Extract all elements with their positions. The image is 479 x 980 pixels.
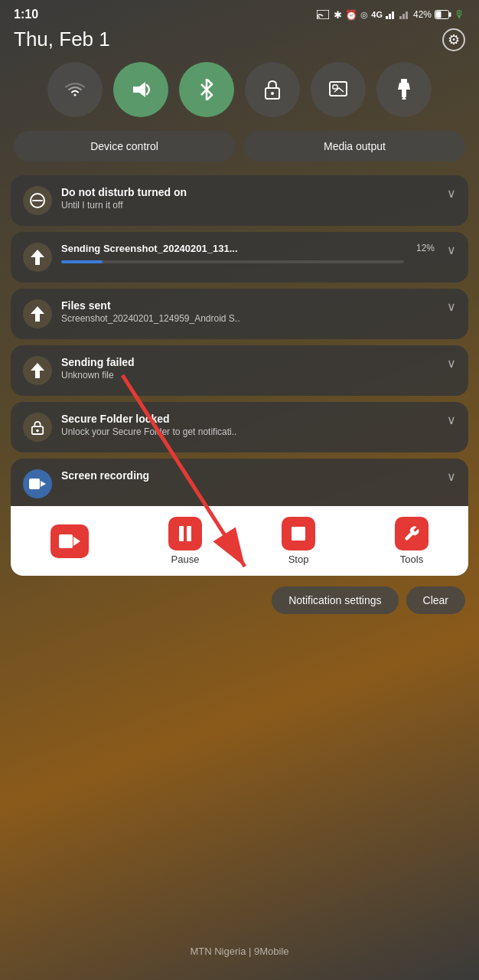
- svg-rect-30: [179, 526, 184, 541]
- sending-failed-notification[interactable]: Sending failed Unknown file ∨: [11, 345, 468, 396]
- sending-failed-chevron: ∨: [447, 356, 456, 371]
- status-bar: 1:10 ✱ ⏰ ◎ 4G 42% 🎙: [0, 0, 479, 24]
- device-control-button[interactable]: Device control: [14, 131, 235, 162]
- tile-wifi[interactable]: [47, 62, 103, 117]
- svg-rect-3: [389, 14, 391, 19]
- pause-icon: [168, 517, 202, 550]
- sending-screenshot-notification[interactable]: Sending Screenshot_20240201_131... 12% ∨: [11, 232, 468, 283]
- files-sent-chevron: ∨: [447, 299, 456, 314]
- secure-folder-notification[interactable]: Secure Folder locked Unlock your Secure …: [11, 402, 468, 452]
- recording-thumbnail: [51, 524, 89, 558]
- screen-recording-notification[interactable]: Screen recording ∨ Pause Stop: [11, 459, 468, 576]
- dnd-title: Do not disturb turned on: [61, 186, 435, 198]
- location-icon: ◎: [360, 10, 368, 20]
- status-icons: ✱ ⏰ ◎ 4G 42% 🎙: [317, 8, 465, 21]
- svg-point-13: [271, 92, 274, 95]
- screen-recording-chevron: ∨: [447, 469, 456, 484]
- stop-button[interactable]: Stop: [282, 517, 315, 565]
- tile-sound[interactable]: [113, 62, 168, 117]
- files-sent-content: Files sent Screenshot_20240201_124959_An…: [61, 299, 435, 324]
- screen-recording-icon: [23, 469, 52, 498]
- stop-icon: [282, 517, 315, 550]
- quick-buttons-row: Device control Media output: [0, 131, 479, 175]
- svg-rect-9: [449, 12, 451, 17]
- notifications-panel: Do not disturb turned on Until I turn it…: [0, 175, 479, 576]
- sending-failed-title: Sending failed: [61, 356, 435, 368]
- secure-folder-title: Secure Folder locked: [61, 413, 435, 425]
- sending-title: Sending Screenshot_20240201_131...: [61, 243, 404, 254]
- alarm-icon: ⏰: [345, 9, 357, 21]
- svg-rect-31: [187, 526, 191, 541]
- dnd-content: Do not disturb turned on Until I turn it…: [61, 186, 435, 211]
- progress-bg: [61, 260, 404, 263]
- sending-failed-content: Sending failed Unknown file: [61, 356, 435, 381]
- stop-label: Stop: [288, 554, 309, 565]
- dnd-notification[interactable]: Do not disturb turned on Until I turn it…: [11, 175, 468, 226]
- svg-marker-17: [398, 83, 410, 90]
- svg-point-25: [36, 430, 39, 433]
- tile-lock[interactable]: [245, 62, 300, 117]
- secure-folder-subtitle: Unlock your Secure Folder to get notific…: [61, 426, 435, 437]
- dnd-subtitle: Until I turn it off: [61, 200, 435, 211]
- bottom-buttons-row: Notification settings Clear: [0, 576, 479, 614]
- sending-content: Sending Screenshot_20240201_131...: [61, 243, 404, 263]
- svg-rect-4: [392, 11, 394, 19]
- svg-rect-28: [59, 534, 73, 548]
- svg-marker-29: [73, 537, 80, 546]
- files-sent-title: Files sent: [61, 299, 435, 312]
- dnd-icon: [23, 186, 52, 215]
- screen-recording-content: Screen recording: [61, 469, 435, 483]
- secure-folder-icon: [23, 413, 52, 442]
- date-label: Thu, Feb 1: [14, 28, 110, 51]
- svg-rect-10: [436, 11, 442, 18]
- svg-rect-5: [399, 16, 402, 19]
- clear-button[interactable]: Clear: [406, 586, 465, 614]
- tile-flashlight[interactable]: [376, 62, 432, 117]
- svg-rect-16: [401, 79, 407, 83]
- bluetooth-status-icon: ✱: [334, 9, 342, 21]
- svg-marker-11: [133, 82, 145, 97]
- settings-button[interactable]: ⚙: [442, 28, 465, 51]
- sending-percent: 12%: [416, 243, 435, 253]
- files-sent-subtitle: Screenshot_20240201_124959_Android S..: [61, 313, 435, 324]
- mic-icon: 🎙: [455, 8, 465, 21]
- status-time: 1:10: [14, 8, 38, 21]
- sending-failed-subtitle: Unknown file: [61, 370, 435, 381]
- files-sent-icon: [23, 299, 52, 328]
- svg-rect-32: [292, 527, 305, 541]
- svg-point-1: [317, 18, 318, 20]
- carrier-label: MTN Nigeria | 9Mobile: [0, 946, 479, 957]
- secure-folder-content: Secure Folder locked Unlock your Secure …: [61, 413, 435, 437]
- tile-bluetooth[interactable]: [179, 62, 234, 117]
- tools-button[interactable]: Tools: [395, 517, 428, 565]
- notification-settings-button[interactable]: Notification settings: [272, 586, 398, 614]
- svg-marker-27: [41, 481, 46, 487]
- network-icon: 4G: [371, 10, 383, 19]
- dnd-chevron: ∨: [447, 186, 456, 201]
- svg-marker-23: [31, 363, 44, 378]
- screen-recording-title: Screen recording: [61, 469, 435, 482]
- sending-failed-icon: [23, 356, 52, 385]
- svg-marker-22: [31, 306, 44, 322]
- progress-fill: [61, 260, 103, 263]
- files-sent-notification[interactable]: Files sent Screenshot_20240201_124959_An…: [11, 289, 468, 339]
- date-row: Thu, Feb 1 ⚙: [0, 24, 479, 62]
- svg-rect-26: [29, 479, 40, 489]
- svg-marker-21: [31, 250, 44, 265]
- secure-folder-chevron: ∨: [447, 413, 456, 427]
- tile-screenshot[interactable]: [311, 62, 366, 117]
- sending-icon: [23, 243, 52, 272]
- svg-rect-7: [406, 11, 408, 19]
- svg-rect-2: [386, 16, 388, 19]
- tools-label: Tools: [400, 554, 423, 565]
- battery-text: 42%: [413, 9, 432, 20]
- pause-label: Pause: [171, 554, 200, 565]
- svg-rect-6: [402, 14, 405, 19]
- media-output-button[interactable]: Media output: [244, 131, 465, 162]
- sending-chevron: ∨: [447, 243, 456, 257]
- recording-actions: Pause Stop Tools: [11, 506, 468, 576]
- tools-icon: [395, 517, 428, 550]
- quick-tiles-row: [0, 62, 479, 131]
- pause-button[interactable]: Pause: [168, 517, 202, 565]
- svg-rect-15: [333, 85, 337, 89]
